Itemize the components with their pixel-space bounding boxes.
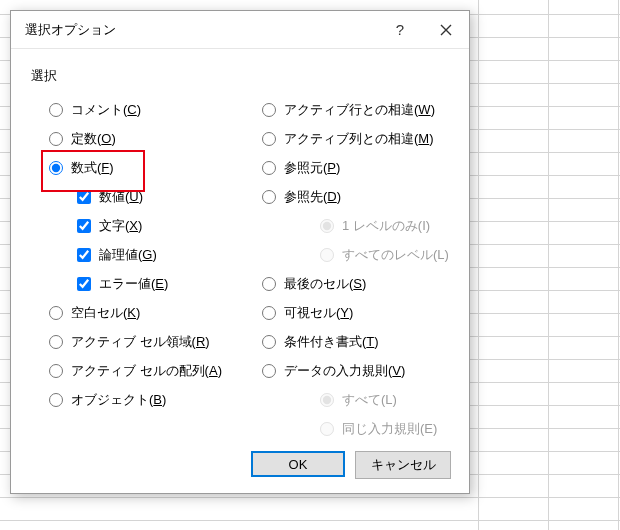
radio-cond-fmt[interactable] bbox=[262, 335, 276, 349]
label-visible: 可視セル(Y) bbox=[284, 304, 353, 322]
label-val-same: 同じ入力規則(E) bbox=[342, 420, 437, 438]
dialog-title: 選択オプション bbox=[25, 21, 377, 39]
checkbox-logical[interactable] bbox=[77, 248, 91, 262]
option-constants[interactable]: 定数(O) bbox=[31, 124, 236, 153]
option-sub-error[interactable]: エラー値(E) bbox=[31, 269, 236, 298]
radio-visible[interactable] bbox=[262, 306, 276, 320]
label-sub-text: 文字(X) bbox=[99, 217, 142, 235]
radio-level-one bbox=[320, 219, 334, 233]
option-sub-text[interactable]: 文字(X) bbox=[31, 211, 236, 240]
option-val-same: 同じ入力規則(E) bbox=[244, 414, 449, 443]
label-last-cell: 最後のセル(S) bbox=[284, 275, 366, 293]
radio-row-diff[interactable] bbox=[262, 103, 276, 117]
option-val-all: すべて(L) bbox=[244, 385, 449, 414]
close-icon bbox=[440, 24, 452, 36]
label-cond-fmt: 条件付き書式(T) bbox=[284, 333, 379, 351]
dialog-footer: OK キャンセル bbox=[251, 451, 451, 479]
label-constants: 定数(O) bbox=[71, 130, 116, 148]
option-validation[interactable]: データの入力規則(V) bbox=[244, 356, 449, 385]
label-current-array: アクティブ セルの配列(A) bbox=[71, 362, 222, 380]
option-sub-logical[interactable]: 論理値(G) bbox=[31, 240, 236, 269]
option-blanks[interactable]: 空白セル(K) bbox=[31, 298, 236, 327]
radio-last-cell[interactable] bbox=[262, 277, 276, 291]
label-row-diff: アクティブ行との相違(W) bbox=[284, 101, 435, 119]
option-formulas[interactable]: 数式(F) bbox=[31, 153, 236, 182]
label-validation: データの入力規則(V) bbox=[284, 362, 405, 380]
left-column: コメント(C) 定数(O) 数式(F) 数値(U) 文字(X) bbox=[31, 95, 236, 443]
option-row-diff[interactable]: アクティブ行との相違(W) bbox=[244, 95, 449, 124]
label-comments: コメント(C) bbox=[71, 101, 141, 119]
radio-validation[interactable] bbox=[262, 364, 276, 378]
label-level-all: すべてのレベル(L) bbox=[342, 246, 449, 264]
label-sub-logical: 論理値(G) bbox=[99, 246, 157, 264]
label-current-region: アクティブ セル領域(R) bbox=[71, 333, 210, 351]
label-sub-error: エラー値(E) bbox=[99, 275, 168, 293]
checkbox-error[interactable] bbox=[77, 277, 91, 291]
label-val-all: すべて(L) bbox=[342, 391, 397, 409]
radio-val-all bbox=[320, 393, 334, 407]
option-level-one: 1 レベルのみ(I) bbox=[244, 211, 449, 240]
label-objects: オブジェクト(B) bbox=[71, 391, 166, 409]
label-col-diff: アクティブ列との相違(M) bbox=[284, 130, 434, 148]
checkbox-number[interactable] bbox=[77, 190, 91, 204]
option-precedents[interactable]: 参照元(P) bbox=[244, 153, 449, 182]
radio-val-same bbox=[320, 422, 334, 436]
close-button[interactable] bbox=[423, 15, 469, 45]
label-level-one: 1 レベルのみ(I) bbox=[342, 217, 430, 235]
label-sub-number: 数値(U) bbox=[99, 188, 143, 206]
dialog-body: 選択 コメント(C) 定数(O) 数式(F) 数値(U) bbox=[11, 49, 469, 443]
label-blanks: 空白セル(K) bbox=[71, 304, 140, 322]
option-current-array[interactable]: アクティブ セルの配列(A) bbox=[31, 356, 236, 385]
option-visible[interactable]: 可視セル(Y) bbox=[244, 298, 449, 327]
radio-dependents[interactable] bbox=[262, 190, 276, 204]
radio-level-all bbox=[320, 248, 334, 262]
option-dependents[interactable]: 参照先(D) bbox=[244, 182, 449, 211]
cancel-button[interactable]: キャンセル bbox=[355, 451, 451, 479]
radio-formulas[interactable] bbox=[49, 161, 63, 175]
radio-current-array[interactable] bbox=[49, 364, 63, 378]
ok-button[interactable]: OK bbox=[251, 451, 345, 477]
option-comments[interactable]: コメント(C) bbox=[31, 95, 236, 124]
option-last-cell[interactable]: 最後のセル(S) bbox=[244, 269, 449, 298]
checkbox-text[interactable] bbox=[77, 219, 91, 233]
radio-constants[interactable] bbox=[49, 132, 63, 146]
label-dependents: 参照先(D) bbox=[284, 188, 341, 206]
radio-precedents[interactable] bbox=[262, 161, 276, 175]
radio-comments[interactable] bbox=[49, 103, 63, 117]
radio-objects[interactable] bbox=[49, 393, 63, 407]
radio-blanks[interactable] bbox=[49, 306, 63, 320]
radio-col-diff[interactable] bbox=[262, 132, 276, 146]
radio-current-region[interactable] bbox=[49, 335, 63, 349]
option-objects[interactable]: オブジェクト(B) bbox=[31, 385, 236, 414]
label-formulas: 数式(F) bbox=[71, 159, 114, 177]
section-label: 選択 bbox=[31, 67, 449, 85]
option-cond-fmt[interactable]: 条件付き書式(T) bbox=[244, 327, 449, 356]
option-current-region[interactable]: アクティブ セル領域(R) bbox=[31, 327, 236, 356]
option-level-all: すべてのレベル(L) bbox=[244, 240, 449, 269]
option-sub-number[interactable]: 数値(U) bbox=[31, 182, 236, 211]
label-precedents: 参照元(P) bbox=[284, 159, 340, 177]
option-col-diff[interactable]: アクティブ列との相違(M) bbox=[244, 124, 449, 153]
right-column: アクティブ行との相違(W) アクティブ列との相違(M) 参照元(P) 参照先(D… bbox=[244, 95, 449, 443]
go-to-special-dialog: 選択オプション ? 選択 コメント(C) 定数(O) 数式(F) bbox=[10, 10, 470, 494]
help-button[interactable]: ? bbox=[377, 15, 423, 45]
titlebar: 選択オプション ? bbox=[11, 11, 469, 49]
